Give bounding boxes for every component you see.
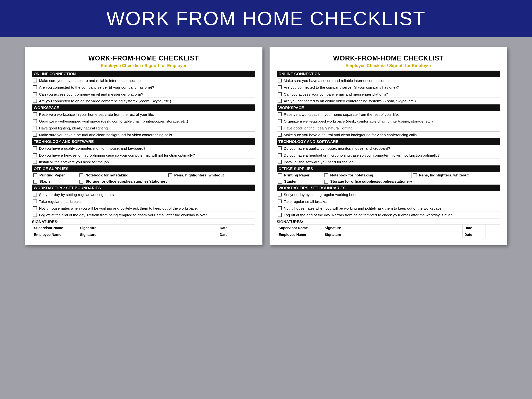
- checklist-item: Log off at the end of the day. Refrain f…: [277, 212, 500, 218]
- supervisor-date-val-1[interactable]: [241, 225, 255, 231]
- item-text: Make sure you have a secure and reliable…: [39, 78, 142, 83]
- checklist-item: Take regular small breaks.: [277, 198, 500, 205]
- checkbox[interactable]: [278, 206, 282, 210]
- checkbox[interactable]: [278, 126, 282, 130]
- sig-row-employee-2: Employee Name Signature Date: [277, 231, 500, 238]
- checkbox[interactable]: [278, 153, 282, 157]
- checkbox[interactable]: [33, 133, 37, 137]
- checkbox[interactable]: [278, 173, 282, 177]
- checkbox[interactable]: [278, 99, 282, 103]
- supervisor-date-val-2[interactable]: [486, 225, 500, 231]
- sig-row-employee-1: Employee Name Signature Date: [32, 231, 255, 238]
- checklist-item: Are you connected to the company server …: [32, 84, 255, 91]
- checkbox[interactable]: [33, 99, 37, 103]
- supply-cell: Pens, highlighters, whiteout: [412, 172, 500, 178]
- checkbox[interactable]: [324, 173, 328, 177]
- item-text: Are you connected to an online video con…: [284, 99, 416, 103]
- checkbox[interactable]: [413, 173, 417, 177]
- item-text: Do you have a quality computer, monitor,…: [284, 146, 390, 151]
- checklist-item: Do you have a headset or microphoning ca…: [277, 152, 500, 159]
- section-header-workspace-2: WORKSPACE: [277, 104, 500, 111]
- checkbox[interactable]: [33, 92, 37, 96]
- checklist-item: Can you access your company email and me…: [277, 91, 500, 98]
- checklist-item: Have good lighting, ideally natural ligh…: [277, 125, 500, 132]
- supply-cell: Printing Paper: [32, 172, 78, 178]
- supervisor-sig-cell-1[interactable]: Signature: [78, 225, 218, 231]
- signatures-label-2: SIGNATURES:: [277, 220, 500, 224]
- supply-cell: Pens, highlighters, whiteout: [167, 172, 255, 178]
- checkbox[interactable]: [278, 119, 282, 123]
- supply-cell: Notebook for notetaking: [323, 172, 412, 178]
- checkbox[interactable]: [168, 173, 172, 177]
- checkbox[interactable]: [278, 213, 282, 217]
- supply-cell: Storage for office supplies/supplies/sta…: [78, 178, 255, 184]
- checkbox[interactable]: [33, 119, 37, 123]
- checklist-item: Reserve a workspace in your home separat…: [277, 111, 500, 118]
- checkbox[interactable]: [79, 173, 83, 177]
- checkbox[interactable]: [278, 133, 282, 137]
- document-2: WORK-FROM-HOME CHECKLIST Employee Checkl…: [270, 47, 507, 245]
- supervisor-name-cell-2: Supervisor Name: [277, 225, 323, 231]
- checkbox[interactable]: [278, 92, 282, 96]
- item-text: Take regular small breaks.: [39, 199, 82, 204]
- checkbox[interactable]: [278, 112, 282, 116]
- checkbox[interactable]: [278, 160, 282, 164]
- item-text: Make sure you have a neutral and clean b…: [39, 133, 173, 137]
- checklist-item: Reserve a workspace in your home separat…: [32, 111, 255, 118]
- employee-sig-cell-2[interactable]: Signature: [323, 231, 463, 238]
- checkbox[interactable]: [79, 180, 83, 184]
- doc-title-1: WORK-FROM-HOME CHECKLIST: [32, 54, 255, 62]
- supply-cell: Stapler: [32, 178, 78, 184]
- checkbox[interactable]: [33, 79, 37, 82]
- checklist-item: Do you have a quality computer, monitor,…: [32, 145, 255, 152]
- supply-cell: Stapler: [277, 178, 323, 184]
- checkbox[interactable]: [324, 180, 328, 184]
- page-title: WORK FROM HOME CHECKLIST: [11, 7, 521, 30]
- checklist-item: Set your day by setting regular working …: [32, 191, 255, 198]
- employee-date-val-1[interactable]: [241, 231, 255, 238]
- checkbox[interactable]: [33, 180, 37, 184]
- checkbox[interactable]: [278, 200, 282, 203]
- item-text: Do you have a headset or microphoning ca…: [39, 153, 195, 158]
- checkbox[interactable]: [33, 146, 37, 150]
- employee-date-val-2[interactable]: [486, 231, 500, 238]
- checklist-item: Do you have a headset or microphoning ca…: [32, 152, 255, 159]
- checkbox[interactable]: [33, 173, 37, 177]
- employee-name-cell-2: Employee Name: [277, 231, 323, 238]
- checklist-item: Install all the software you need for th…: [277, 159, 500, 165]
- supply-label: Printing Paper: [39, 173, 65, 177]
- checkbox[interactable]: [33, 160, 37, 164]
- item-text: Are you connected to an online video con…: [39, 99, 171, 103]
- supply-label: Stapler: [284, 179, 297, 184]
- checklist-item: Install all the software you need for th…: [32, 159, 255, 165]
- checklist-item: Make sure you have a secure and reliable…: [32, 77, 255, 84]
- checklist-item: Notify housemates when you will be worki…: [277, 205, 500, 212]
- employee-date-label-2: Date: [463, 231, 486, 238]
- checkbox[interactable]: [278, 146, 282, 150]
- item-text: Do you have a headset or microphoning ca…: [284, 153, 440, 158]
- supply-row-3: Printing Paper Notebook for notetaking P…: [277, 172, 500, 178]
- checkbox[interactable]: [33, 126, 37, 130]
- supply-cell: Notebook for notetaking: [78, 172, 167, 178]
- checkbox[interactable]: [33, 153, 37, 157]
- supervisor-sig-cell-2[interactable]: Signature: [323, 225, 463, 231]
- item-text: Take regular small breaks.: [284, 199, 327, 204]
- item-text: Set your day by setting regular working …: [39, 192, 115, 197]
- item-text: Notify housemates when you will be worki…: [39, 206, 198, 211]
- checklist-item: Organize a well-equipped workspace (desk…: [277, 118, 500, 125]
- checkbox[interactable]: [278, 85, 282, 89]
- checkbox[interactable]: [278, 180, 282, 184]
- checkbox[interactable]: [278, 79, 282, 82]
- supply-label: Pens, highlighters, whiteout: [419, 173, 469, 177]
- checkbox[interactable]: [33, 193, 37, 196]
- checkbox[interactable]: [33, 206, 37, 210]
- checkbox[interactable]: [33, 213, 37, 217]
- section-header-tech-1: TECHNOLOGY AND SOFTWARE: [32, 138, 255, 145]
- employee-sig-cell-1[interactable]: Signature: [78, 231, 218, 238]
- checklist-item: Have good lighting, ideally natural ligh…: [32, 125, 255, 132]
- checklist-item: Make sure you have a neutral and clean b…: [277, 132, 500, 138]
- checkbox[interactable]: [33, 85, 37, 89]
- checkbox[interactable]: [33, 200, 37, 203]
- checkbox[interactable]: [33, 112, 37, 116]
- checkbox[interactable]: [278, 193, 282, 196]
